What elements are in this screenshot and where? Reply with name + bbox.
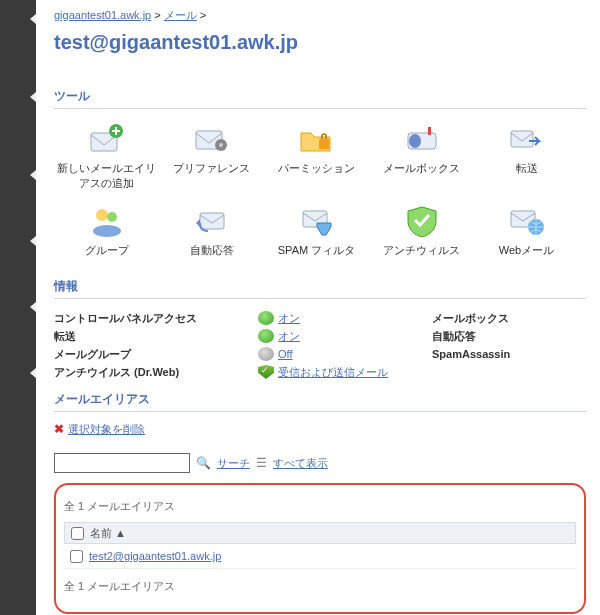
info-label: SpamAssassin [432,348,510,360]
section-info: 情報 [54,274,586,299]
svg-point-10 [96,209,108,221]
breadcrumb-domain[interactable]: gigaantest01.awk.jp [54,9,151,21]
status-on-icon [258,329,274,343]
info-value[interactable]: Off [278,348,292,360]
page-title: test@gigaantest01.awk.jp [54,31,586,54]
info-label: メールグループ [54,347,131,362]
left-rail [0,0,36,615]
search-button[interactable]: サーチ [217,456,250,471]
rail-marker[interactable] [30,236,36,246]
show-all-button[interactable]: すべて表示 [273,456,328,471]
shield-check-icon [404,205,440,237]
status-off-icon [258,347,274,361]
search-input[interactable] [54,453,190,473]
rail-marker[interactable] [30,92,36,102]
info-value[interactable]: 受信および送信メール [278,365,388,380]
info-label: メールボックス [432,311,509,326]
list-count-top: 全 1 メールエイリアス [64,499,576,514]
mail-forward-icon [509,123,545,155]
svg-point-7 [409,134,421,148]
tool-autoresponder[interactable]: 自動応答 [159,201,264,258]
info-label: コントロールパネルアクセス [54,311,197,326]
svg-rect-5 [319,139,329,149]
search-icon: 🔍 [196,456,211,470]
section-tools: ツール [54,84,586,109]
svg-rect-8 [428,127,431,135]
mail-reply-icon [194,205,230,237]
delete-icon: ✖ [54,422,64,436]
section-aliases: メールエイリアス [54,387,586,412]
rail-marker[interactable] [30,170,36,180]
list-count-bottom: 全 1 メールエイリアス [64,579,576,594]
tool-forward[interactable]: 転送 [474,119,579,191]
delete-selected[interactable]: 選択対象を削除 [68,423,145,435]
mail-plus-icon [89,123,125,155]
mail-globe-icon [509,205,545,237]
row-checkbox[interactable] [70,550,83,563]
rail-marker[interactable] [30,302,36,312]
status-on-icon [258,311,274,325]
tool-antivirus[interactable]: アンチウィルス [369,201,474,258]
alias-link[interactable]: test2@gigaantest01.awk.jp [89,550,221,562]
info-value[interactable]: オン [278,329,300,344]
rail-marker[interactable] [30,14,36,24]
users-icon [89,205,125,237]
mail-gear-icon [194,123,230,155]
svg-point-11 [107,212,117,222]
mailbox-icon [404,123,440,155]
spam-filter-icon [299,205,335,237]
table-header: 名前 ▲ [64,522,576,544]
info-label: 転送 [54,329,76,344]
table-row: test2@gigaantest01.awk.jp [64,544,576,569]
info-label: 自動応答 [432,329,476,344]
shield-icon [258,365,274,379]
select-all-checkbox[interactable] [71,527,84,540]
breadcrumb: gigaantest01.awk.jp > メール > [54,8,586,23]
tool-preferences[interactable]: プリファレンス [159,119,264,191]
rail-marker[interactable] [30,368,36,378]
tool-new-alias[interactable]: 新しいメールエイリアスの追加 [54,119,159,191]
tool-mailbox[interactable]: メールボックス [369,119,474,191]
svg-rect-9 [511,131,533,147]
folder-lock-icon [299,123,335,155]
info-value[interactable]: オン [278,311,300,326]
tool-spam[interactable]: SPAM フィルタ [264,201,369,258]
svg-point-12 [93,225,121,237]
tool-webmail[interactable]: Webメール [474,201,579,258]
col-name[interactable]: 名前 ▲ [90,526,126,541]
info-label: アンチウイルス (Dr.Web) [54,365,179,380]
list-icon: ☰ [256,456,267,470]
svg-rect-13 [200,213,224,229]
breadcrumb-mail[interactable]: メール [164,9,197,21]
tool-group[interactable]: グループ [54,201,159,258]
alias-list-box: 全 1 メールエイリアス 名前 ▲ test2@gigaantest01.awk… [54,483,586,614]
svg-point-4 [219,143,223,147]
tool-permissions[interactable]: パーミッション [264,119,369,191]
